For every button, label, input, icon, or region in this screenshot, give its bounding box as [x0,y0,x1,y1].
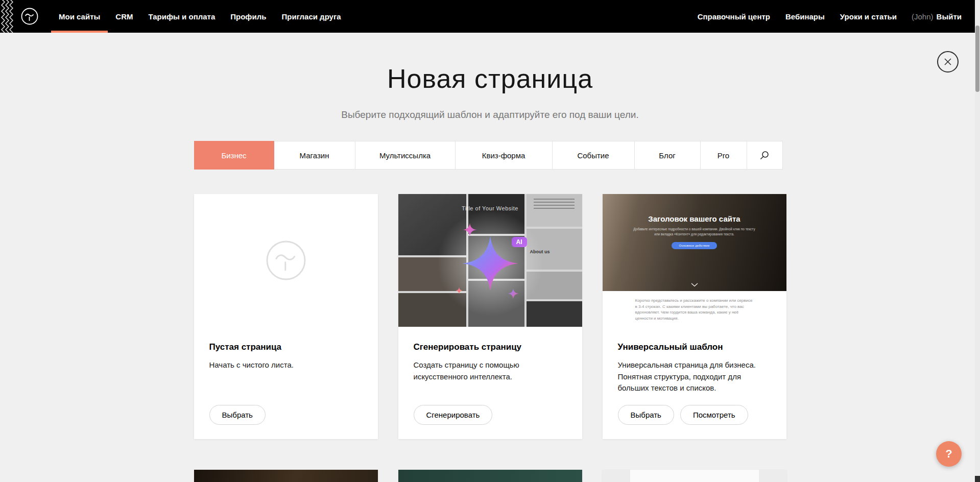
zigzag-pattern-icon [0,0,13,33]
page-title: Новая страница [0,63,980,94]
card-description: Универсальная страница для бизнеса. Поня… [618,359,771,394]
tab-event[interactable]: Событие [552,141,635,170]
template-preview [603,470,786,482]
preview-hero-subtitle: Добавьте интересные подробности о вашей … [633,227,756,237]
nav-crm[interactable]: CRM [108,0,140,33]
nav-invite-friend[interactable]: Пригласи друга [274,0,348,33]
nav-lessons[interactable]: Уроки и статьи [832,0,904,33]
tab-blog[interactable]: Блог [634,141,701,170]
search-tab[interactable] [747,141,783,170]
preview-site-title: Title of Your Website [398,205,582,211]
tab-store[interactable]: Магазин [274,141,355,170]
template-cards-grid: Пустая страница Начать с чистого листа. … [194,194,786,482]
nav-pricing[interactable]: Тарифы и оплата [140,0,223,33]
main-menu: Мои сайты CRM Тарифы и оплата Профиль Пр… [51,0,349,33]
tab-pro[interactable]: Pro [700,141,747,170]
preview-hero-section: Заголовок вашего сайта Добавьте интересн… [603,194,786,291]
card-title: Универсальный шаблон [618,342,771,352]
page-content: Новая страница Выберите подходящий шабло… [0,33,980,482]
template-card-partial[interactable] [398,470,582,482]
user-name: (John) [912,12,934,21]
tilda-logo[interactable] [20,7,39,26]
nav-webinars[interactable]: Вебинары [778,0,832,33]
close-icon [944,58,952,66]
tilda-logo-icon [20,7,39,26]
nav-profile[interactable]: Профиль [223,0,274,33]
preview-hero-button: Основное действие [672,242,716,249]
preview-body-text: Коротко представьтесь и расскажите о ком… [635,298,754,321]
template-preview [194,470,378,482]
secondary-menu: Справочный центр Вебинары Уроки и статьи… [690,0,962,33]
card-description: Начать с чистого листа. [209,359,363,371]
card-blank-page[interactable]: Пустая страница Начать с чистого листа. … [194,194,378,439]
ai-sparkle-icon [461,234,520,293]
generate-button[interactable]: Сгенерировать [414,405,493,425]
nav-my-sites[interactable]: Мои сайты [51,0,108,33]
help-button[interactable]: ? [936,441,962,467]
page-subtitle: Выберите подходящий шаблон и адаптируйте… [0,109,980,120]
user-logout[interactable]: (John) Выйти [904,12,962,21]
ai-sparkle-small-icon [463,223,477,237]
template-card-partial[interactable] [603,470,786,482]
card-universal-template[interactable]: Заголовок вашего сайта Добавьте интересн… [603,194,786,439]
search-icon [759,150,770,160]
ai-template-preview: Title of Your Website About us [398,194,582,327]
card-ai-generate[interactable]: Title of Your Website About us [398,194,582,439]
preview-hero-title: Заголовок вашего сайта [648,214,740,223]
template-preview [398,470,582,482]
card-description: Создать страницу с помощью искусственног… [414,359,567,382]
chevron-down-icon [691,283,698,287]
tab-quiz-form[interactable]: Квиз-форма [455,141,553,170]
choose-template-button[interactable]: Выбрать [618,405,674,425]
ai-sparkle-small-icon [456,287,463,294]
template-card-partial[interactable] [194,470,378,482]
nav-help-center[interactable]: Справочный центр [690,0,778,33]
card-title: Сгенерировать страницу [414,342,567,352]
view-template-button[interactable]: Посмотреть [680,405,748,425]
card-title: Пустая страница [209,342,363,352]
tilda-watermark-icon [264,238,308,282]
scrollbar[interactable] [975,0,980,482]
scrollbar-corner [975,476,980,482]
preview-about-label: About us [530,249,550,254]
ai-sparkle-small-icon [508,288,519,299]
choose-blank-button[interactable]: Выбрать [209,405,266,425]
blank-page-preview [194,194,378,327]
preview-text-section: Коротко представьтесь и расскажите о ком… [603,298,786,327]
logout-link[interactable]: Выйти [937,12,962,21]
top-navbar: Мои сайты CRM Тарифы и оплата Профиль Пр… [0,0,980,33]
universal-template-preview: Заголовок вашего сайта Добавьте интересн… [603,194,786,327]
template-category-tabs: Бизнес Магазин Мультиссылка Квиз-форма С… [194,141,786,170]
tab-business[interactable]: Бизнес [194,141,274,170]
close-button[interactable] [937,51,959,73]
tab-multilink[interactable]: Мультиссылка [355,141,456,170]
scrollbar-thumb[interactable] [975,26,979,92]
question-icon: ? [945,447,952,461]
ai-badge: AI [512,237,527,247]
